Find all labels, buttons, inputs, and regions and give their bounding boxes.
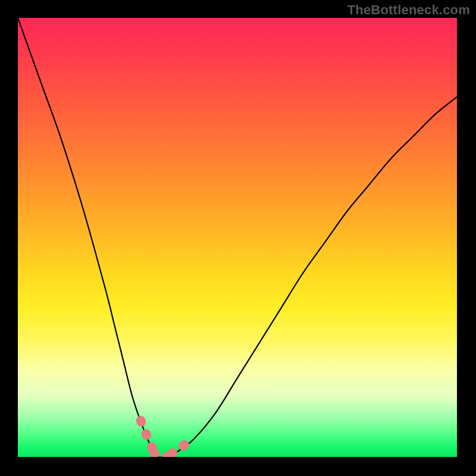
optimal-marker-left — [141, 421, 154, 452]
bottleneck-curve — [18, 18, 457, 457]
chart-stage: TheBottleneck.com — [0, 0, 476, 476]
curve-layer — [18, 18, 457, 457]
watermark-text: TheBottleneck.com — [347, 2, 470, 18]
optimal-marker-right — [171, 445, 184, 454]
plot-area — [18, 18, 457, 457]
